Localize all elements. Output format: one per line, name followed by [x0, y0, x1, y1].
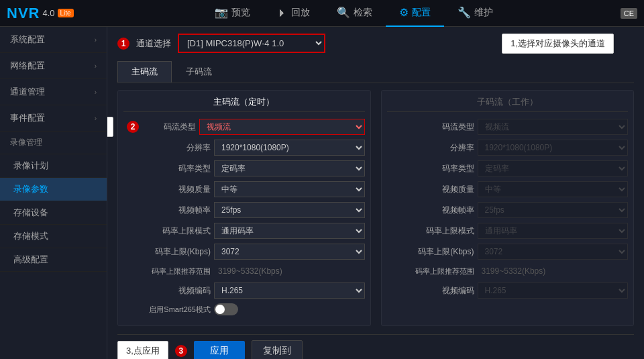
smart265-toggle[interactable]	[214, 303, 238, 315]
sub-video-codec-label: 视频编码	[387, 285, 474, 297]
gear-icon: ⚙	[399, 6, 409, 19]
sub-bitrate-range-label: 码率上限推荐范围	[387, 266, 474, 276]
tab-sub-stream[interactable]: 子码流	[172, 61, 226, 83]
nav-preview-label: 预览	[231, 7, 250, 19]
sidebar-sub-storage-label: 存储设备	[13, 207, 48, 217]
resolution-select[interactable]: 1920*1080(1080P)	[214, 140, 365, 156]
bitrate-range-label: 码率上限推荐范围	[123, 266, 211, 276]
sub-bitrate-type-row: 码率类型 定码率	[387, 160, 629, 176]
wrench-icon: 🔧	[458, 6, 471, 19]
content-area: 1 通道选择 [D1] MIPC318(P)W-4 1.0 [D2] [D3] …	[107, 27, 644, 359]
copy-to-button[interactable]: 复制到	[252, 340, 303, 359]
stream-type-select[interactable]: 视频流 复合流	[199, 119, 365, 135]
sub-bitrate-mode-label: 码率上限模式	[387, 225, 474, 237]
sub-stream-column: 子码流（工作） 码流类型 视频流 分辨率 1920*1080(1080P)	[381, 90, 635, 326]
logo-text: NVR	[7, 5, 40, 22]
bitrate-type-label: 码率类型	[123, 163, 211, 174]
bitrate-mode-label: 码率上限模式	[123, 225, 211, 237]
tabs: 主码流 子码流	[117, 61, 634, 83]
bitrate-limit-select[interactable]: 3072	[214, 244, 365, 260]
sidebar-sub-params-label: 录像参数	[13, 184, 48, 194]
sidebar-item-system[interactable]: 系统配置 ›	[0, 27, 107, 53]
bitrate-mode-select[interactable]: 通用码率	[214, 223, 365, 239]
sub-resolution-row: 分辨率 1920*1080(1080P)	[387, 140, 629, 156]
smart265-label: 启用Smart265模式	[123, 305, 211, 315]
sidebar-sub-params[interactable]: 录像参数	[0, 178, 107, 201]
sub-bitrate-mode-select: 通用码率	[478, 223, 629, 239]
sub-video-quality-row: 视频质量 中等	[387, 181, 629, 197]
nav-search[interactable]: 🔍 检索	[323, 0, 386, 27]
bitrate-limit-row: 码率上限(Kbps) 3072	[123, 244, 365, 260]
channel-select[interactable]: [D1] MIPC318(P)W-4 1.0 [D2] [D3] [D4]	[178, 34, 325, 53]
sub-bitrate-limit-select: 3072	[478, 244, 629, 260]
main-stream-header: 主码流（定时）	[123, 96, 365, 112]
sub-video-quality-select: 中等	[478, 181, 629, 197]
main-stream-column: 主码流（定时） 2,码流类型改成复合流 2 码流类型 视频流 复合流	[117, 90, 371, 326]
stream-type-label: 码流类型	[142, 121, 196, 133]
bitrate-mode-row: 码率上限模式 通用码率	[123, 223, 365, 239]
frame-rate-label: 视频帧率	[123, 205, 211, 216]
video-codec-select[interactable]: H.265	[214, 283, 365, 299]
nav-config[interactable]: ⚙ 配置	[386, 0, 444, 27]
sidebar-sub-storage-mode-label: 存储模式	[13, 231, 48, 241]
nav-config-label: 配置	[412, 7, 431, 19]
arrow-right-icon: ›	[95, 62, 97, 70]
apply-button[interactable]: 应用	[194, 341, 245, 359]
sidebar-sub-advanced-label: 高级配置	[13, 254, 48, 264]
sidebar-sub-schedule[interactable]: 录像计划	[0, 154, 107, 178]
camera-icon: 📷	[215, 6, 228, 19]
sub-stream-type-select: 视频流	[478, 119, 629, 135]
sub-bitrate-limit-label: 码率上限(Kbps)	[387, 246, 474, 258]
sub-bitrate-range-row: 码率上限推荐范围 3199~5332(Kbps)	[387, 264, 629, 278]
tab-main-stream[interactable]: 主码流	[117, 61, 172, 83]
nav-preview[interactable]: 📷 预览	[201, 0, 264, 27]
content-wrapper: 1 通道选择 [D1] MIPC318(P)W-4 1.0 [D2] [D3] …	[117, 34, 634, 359]
sidebar-sub-advanced[interactable]: 高级配置	[0, 248, 107, 272]
bitrate-limit-label: 码率上限(Kbps)	[123, 246, 211, 258]
step-badge-2: 2	[127, 121, 139, 133]
sub-stream-type-row: 码流类型 视频流	[387, 119, 629, 135]
main-layout: 系统配置 › 网络配置 › 通道管理 › 事件配置 › 录像管理 录像计划 录像…	[0, 27, 644, 359]
annotation-1: 1,选择对应摄像头的通道	[502, 34, 614, 54]
sub-frame-rate-label: 视频帧率	[387, 205, 474, 216]
nav-maintain-label: 维护	[474, 7, 493, 19]
ce-badge: CE	[621, 8, 637, 19]
sub-video-codec-row: 视频编码 H.265	[387, 283, 629, 299]
sidebar-item-network[interactable]: 网络配置 ›	[0, 53, 107, 79]
sidebar-item-event[interactable]: 事件配置 ›	[0, 105, 107, 132]
frame-rate-row: 视频帧率 25fps	[123, 202, 365, 218]
bitrate-type-select[interactable]: 定码率	[214, 160, 365, 176]
stream-type-row: 2,码流类型改成复合流 2 码流类型 视频流 复合流	[123, 119, 365, 135]
sidebar-section-recording: 录像管理	[0, 132, 107, 154]
nav-search-label: 检索	[354, 7, 372, 19]
sub-resolution-label: 分辨率	[387, 142, 474, 154]
nav-playback-label: 回放	[291, 7, 310, 19]
channel-label: 通道选择	[136, 38, 171, 50]
bitrate-range-value: 3199~5332(Kbps)	[214, 264, 365, 278]
sub-frame-rate-select: 25fps	[478, 202, 629, 218]
sidebar-item-event-label: 事件配置	[10, 112, 45, 124]
annotation-3: 3,点应用	[117, 341, 168, 359]
topbar-right: CE	[621, 8, 637, 19]
video-quality-select[interactable]: 中等	[214, 181, 365, 197]
search-icon: 🔍	[337, 6, 350, 19]
sidebar-sub-storage-mode[interactable]: 存储模式	[0, 225, 107, 248]
sidebar-sub-storage[interactable]: 存储设备	[0, 201, 107, 225]
sub-video-codec-select: H.265	[478, 283, 629, 299]
sub-bitrate-type-label: 码率类型	[387, 163, 474, 174]
frame-rate-select[interactable]: 25fps	[214, 202, 365, 218]
arrow-right-icon: ›	[95, 89, 97, 96]
tab-sub-stream-label: 子码流	[186, 66, 212, 76]
resolution-label: 分辨率	[123, 142, 211, 154]
toggle-knob	[215, 305, 225, 314]
bitrate-type-row: 码率类型 定码率	[123, 160, 365, 176]
annotation-2: 2,码流类型改成复合流	[107, 117, 113, 137]
step-badge-3: 3	[175, 345, 187, 357]
sub-bitrate-limit-row: 码率上限(Kbps) 3072	[387, 244, 629, 260]
bitrate-range-row: 码率上限推荐范围 3199~5332(Kbps)	[123, 264, 365, 278]
sub-frame-rate-row: 视频帧率 25fps	[387, 202, 629, 218]
nav-maintain[interactable]: 🔧 维护	[444, 0, 506, 27]
nav-playback[interactable]: ⏵ 回放	[264, 0, 323, 27]
sidebar-item-channel[interactable]: 通道管理 ›	[0, 79, 107, 105]
channel-selector-row: 1 通道选择 [D1] MIPC318(P)W-4 1.0 [D2] [D3] …	[117, 34, 634, 53]
